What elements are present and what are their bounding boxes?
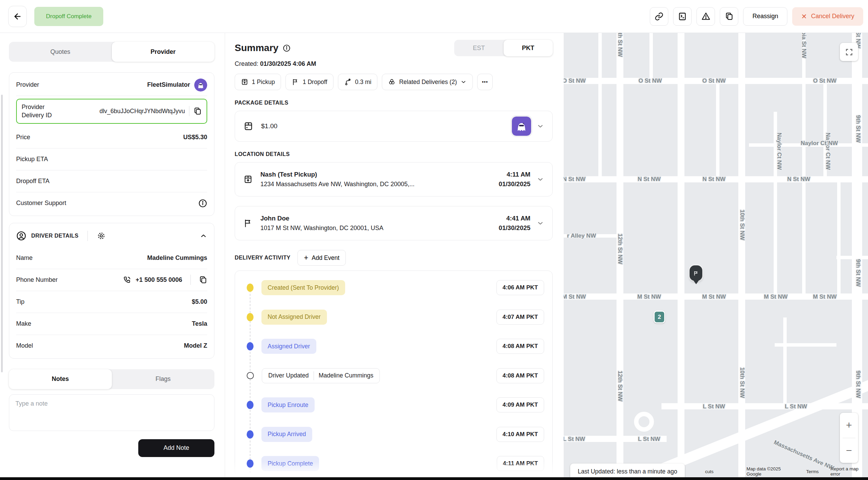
- dropoff-flag-icon: [243, 218, 253, 228]
- tab-flags[interactable]: Flags: [112, 369, 215, 389]
- location-address: 1234 Massachusetts Ave NW, Washington, D…: [260, 181, 414, 188]
- event-label: Created (Sent To Provider): [268, 284, 339, 291]
- collapse-chevron-icon[interactable]: [200, 232, 207, 240]
- street-label: L St NW: [564, 436, 585, 443]
- provider-value: FleetSimulator: [147, 81, 190, 88]
- location-time: 4:11 AM: [498, 170, 530, 179]
- street-label: 12th St NW: [617, 33, 623, 57]
- make-label: Make: [16, 320, 31, 327]
- provider-label: Provider: [16, 81, 39, 88]
- sidebar-scrollbar[interactable]: [1, 95, 3, 372]
- street-label: M St NW: [637, 293, 661, 300]
- event-status-pill[interactable]: Created (Sent To Provider): [261, 280, 345, 295]
- package-expand-chevron[interactable]: [537, 122, 544, 130]
- street-label: O St NW: [702, 77, 726, 84]
- terms-link[interactable]: Terms: [806, 469, 819, 474]
- tab-provider[interactable]: Provider: [112, 42, 215, 62]
- timeline-dot: [247, 459, 254, 468]
- zoom-out-button[interactable]: −: [840, 438, 858, 463]
- back-button[interactable]: [8, 6, 27, 27]
- event-status-pill[interactable]: Driver Updated Madeline Cummings: [262, 368, 380, 383]
- bottom-edge-bar: [0, 477, 868, 480]
- link-button[interactable]: [650, 7, 668, 26]
- driver-details-title: DRIVER DETAILS: [31, 233, 79, 239]
- note-input[interactable]: [9, 394, 214, 431]
- map-fullscreen-button[interactable]: [840, 43, 858, 61]
- add-note-button[interactable]: Add Note: [138, 439, 214, 457]
- driver-details-card: DRIVER DETAILS Name Madeline Cummings Ph…: [9, 223, 214, 359]
- cancel-delivery-label: Cancel Delivery: [811, 13, 854, 20]
- divider: [189, 106, 189, 116]
- driver-phone-row: Phone Number +1 500 555 0006: [16, 269, 207, 291]
- driver-name-label: Name: [16, 254, 33, 262]
- customer-support-row: Customer Support: [16, 192, 207, 214]
- map-attribution: cuts Map data ©2025 Google Terms Report …: [694, 466, 867, 477]
- related-deliveries-chip[interactable]: Related Deliveries (2): [382, 74, 472, 90]
- location-card[interactable]: John Doe 1017 M St NW, Washington, DC 20…: [235, 206, 553, 240]
- timeline-dot: [247, 284, 254, 292]
- event-extra: Madeline Cummings: [319, 372, 374, 379]
- summary-info-icon[interactable]: [283, 44, 291, 52]
- distance-label: 0.3 mi: [355, 79, 372, 86]
- distance-chip[interactable]: 0.3 mi: [338, 74, 378, 90]
- street-label: 12th St NW: [617, 233, 623, 264]
- street-label: L St NW: [638, 436, 660, 443]
- tz-option-est[interactable]: EST: [454, 40, 504, 56]
- tip-label: Tip: [16, 298, 24, 305]
- event-status-pill[interactable]: Not Assigned Driver: [261, 310, 327, 325]
- street-label: M St NW: [564, 293, 586, 300]
- pickup-count-chip[interactable]: 1 Pickup: [235, 74, 281, 90]
- map[interactable]: O St NWO St NWO St NWO St NWColumbia St …: [564, 33, 868, 480]
- location-expand-chevron[interactable]: [537, 219, 544, 227]
- warning-button[interactable]: [696, 7, 715, 26]
- package-card[interactable]: $1.00: [235, 111, 553, 142]
- pin-flag-icon: [693, 270, 699, 276]
- dropoff-eta-row: Dropoff ETA: [16, 170, 207, 192]
- location-expand-chevron[interactable]: [537, 176, 544, 183]
- cluster-marker-2[interactable]: 2: [654, 311, 665, 323]
- customer-support-info-button[interactable]: [198, 199, 207, 208]
- add-event-button[interactable]: + Add Event: [297, 250, 346, 266]
- report-map-error-link[interactable]: Report a map error: [830, 466, 866, 477]
- location-name: Nash (Test Pickup): [260, 171, 414, 178]
- cancel-delivery-button[interactable]: ✕ Cancel Delivery: [792, 7, 863, 26]
- event-status-pill[interactable]: Assigned Driver: [261, 339, 316, 354]
- more-actions-chip[interactable]: •••: [477, 74, 493, 90]
- zoom-in-button[interactable]: +: [840, 413, 858, 438]
- delivery-status-badge: Dropoff Complete: [34, 7, 103, 26]
- event-status-pill[interactable]: Pickup Complete: [261, 456, 319, 471]
- road: [598, 33, 602, 180]
- warning-triangle-icon: [701, 12, 711, 21]
- event-status-pill[interactable]: Pickup Arrived: [261, 427, 312, 442]
- dropoff-count-chip[interactable]: 1 Dropoff: [285, 74, 333, 90]
- timeline-dot: [247, 401, 254, 409]
- copy-delivery-button[interactable]: [720, 7, 738, 26]
- flag-icon: [292, 78, 299, 86]
- street-label: 10th St NW: [739, 209, 746, 240]
- event-time-chip: 4:08 AM PKT: [496, 339, 544, 354]
- tab-quotes[interactable]: Quotes: [9, 42, 112, 62]
- traffic-circle: [634, 412, 654, 432]
- pickup-eta-row: Pickup ETA: [16, 148, 207, 170]
- copy-provider-id-button[interactable]: [193, 107, 202, 115]
- customer-support-label: Customer Support: [16, 200, 66, 207]
- location-time: 4:41 AM: [498, 214, 530, 223]
- driver-details-header[interactable]: DRIVER DETAILS: [16, 225, 207, 247]
- copy-phone-button[interactable]: [199, 276, 207, 284]
- terminal-button[interactable]: [673, 7, 692, 26]
- driver-phone-label: Phone Number: [16, 276, 58, 284]
- street-label: 9th St NW: [855, 115, 861, 143]
- reassign-button[interactable]: Reassign: [743, 7, 787, 26]
- driver-settings-button[interactable]: [97, 231, 106, 240]
- make-row: Make Tesla: [16, 313, 207, 335]
- dropoff-map-pin[interactable]: [690, 265, 702, 281]
- copy-icon: [725, 12, 734, 21]
- tab-notes[interactable]: Notes: [9, 369, 112, 389]
- tz-option-pkt[interactable]: PKT: [504, 40, 553, 56]
- event-status-pill[interactable]: Pickup Enroute: [261, 397, 315, 412]
- keyboard-shortcuts-link[interactable]: cuts: [705, 469, 714, 474]
- timeline-dot: [247, 372, 254, 379]
- package-details-heading: PACKAGE DETAILS: [235, 100, 558, 106]
- location-card[interactable]: Nash (Test Pickup) 1234 Massachusetts Av…: [235, 162, 553, 196]
- make-value: Tesla: [192, 320, 207, 327]
